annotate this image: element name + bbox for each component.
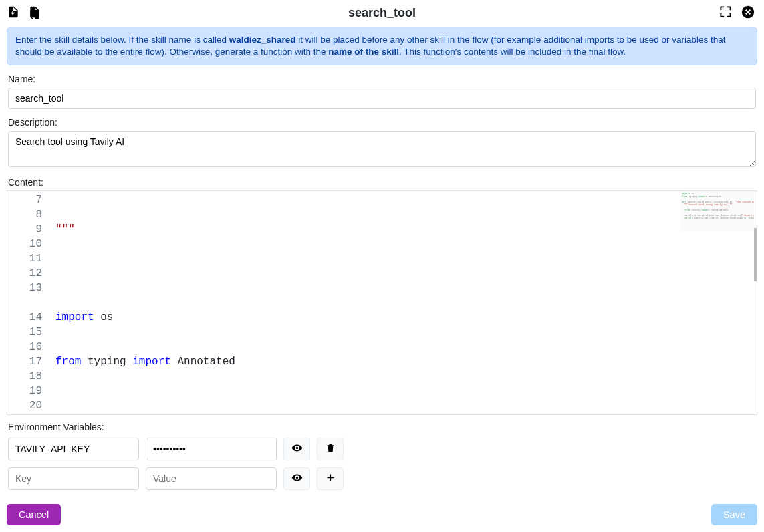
- description-label: Description:: [8, 117, 756, 128]
- plus-icon: [326, 473, 336, 485]
- toggle-visibility-button-new[interactable]: [283, 467, 310, 490]
- env-key-input-0[interactable]: [8, 438, 139, 460]
- info-text-1: Enter the skill details below. If the sk…: [15, 35, 229, 45]
- trash-icon: [326, 443, 336, 455]
- fullscreen-icon[interactable]: [719, 5, 732, 20]
- toggle-visibility-button-0[interactable]: [283, 438, 310, 460]
- env-row-new: [8, 467, 756, 490]
- info-text-3: . This function's contents will be inclu…: [399, 47, 626, 57]
- env-row: [8, 438, 756, 460]
- name-label: Name:: [8, 74, 756, 84]
- description-textarea[interactable]: [8, 131, 756, 167]
- close-icon[interactable]: [741, 5, 755, 21]
- content-label: Content:: [0, 170, 764, 190]
- import-icon[interactable]: [7, 5, 20, 21]
- code-content[interactable]: """ import os from typing import Annotat…: [55, 191, 757, 414]
- env-value-input-0[interactable]: [146, 438, 277, 460]
- minimap[interactable]: import os from typing import Annotated d…: [680, 191, 754, 231]
- name-input[interactable]: [8, 88, 756, 109]
- info-banner: Enter the skill details below. If the sk…: [7, 27, 757, 65]
- env-value-input-new[interactable]: [146, 467, 277, 490]
- save-button[interactable]: Save: [711, 504, 757, 525]
- eye-icon: [291, 472, 303, 485]
- code-editor[interactable]: 7 8 9 10 11 12 13 14 15 16 17 18 19 20 "…: [7, 190, 757, 415]
- scroll-thumb[interactable]: [754, 228, 757, 281]
- line-gutter: 7 8 9 10 11 12 13 14 15 16 17 18 19 20: [7, 191, 55, 414]
- export-icon[interactable]: [28, 5, 41, 21]
- delete-env-button-0[interactable]: [317, 438, 344, 460]
- modal-header: search_tool: [0, 0, 764, 23]
- add-env-button[interactable]: [317, 467, 344, 490]
- info-bold-1: waldiez_shared: [229, 35, 296, 45]
- env-key-input-new[interactable]: [8, 467, 139, 490]
- info-bold-2: name of the skill: [328, 47, 399, 57]
- cancel-button[interactable]: Cancel: [7, 504, 61, 525]
- modal-footer: Cancel Save: [0, 499, 764, 532]
- eye-icon: [291, 442, 303, 456]
- env-label: Environment Variables:: [8, 422, 756, 432]
- modal-title: search_tool: [348, 6, 416, 20]
